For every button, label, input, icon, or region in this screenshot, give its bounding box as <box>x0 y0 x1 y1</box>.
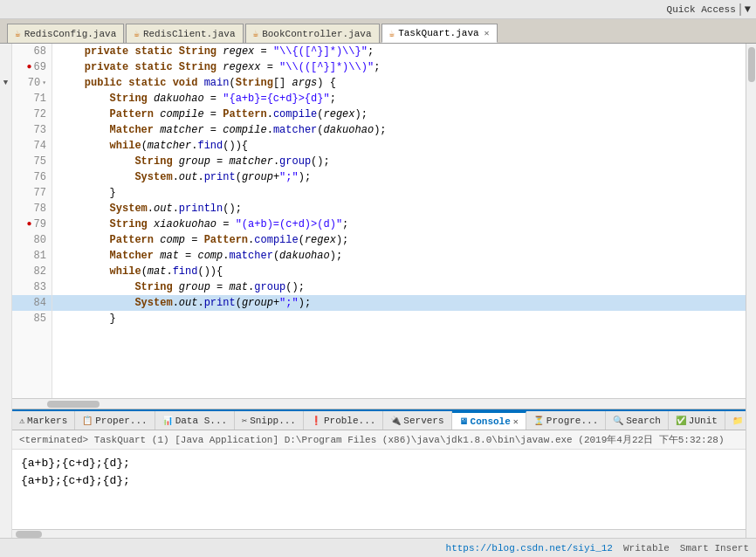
horizontal-scroll-thumb[interactable] <box>47 401 100 408</box>
tab-data-s-label: Data S... <box>175 416 227 426</box>
status-bar: https://blog.csdn.net/siyi_12 Writable S… <box>0 538 756 557</box>
strip-83 <box>0 279 11 295</box>
bottom-horizontal-scrollbar[interactable] <box>12 529 746 538</box>
line-number-80: 80 <box>12 232 52 248</box>
code-line-85[interactable]: } <box>52 311 746 327</box>
table-row: 80 Pattern comp = Pattern.compile(regex)… <box>12 232 746 248</box>
line-number-78: 78 <box>12 201 52 217</box>
tab-icon: ☕ <box>389 28 395 39</box>
tab-servers[interactable]: 🔌 Servers <box>383 411 451 430</box>
empty-line-numbers <box>12 327 52 398</box>
code-line-72[interactable]: Pattern compile = Pattern.compile(regex)… <box>52 107 746 122</box>
table-row: 78 System.out.println(); <box>12 201 746 217</box>
code-line-77[interactable]: } <box>52 185 746 201</box>
strip-76 <box>0 169 11 185</box>
empty-editor-space <box>12 327 746 398</box>
table-row: 68 private static String regex = "\\{([^… <box>12 44 746 59</box>
table-row: 81 Matcher mat = comp.matcher(dakuohao); <box>12 248 746 264</box>
tab-redis-config[interactable]: ☕ RedisConfig.java <box>7 24 124 43</box>
console-dirty-icon: ✕ <box>513 416 519 427</box>
code-line-68[interactable]: private static String regex = "\\{([^}]*… <box>52 44 746 59</box>
tab-label: TaskQuart.java <box>398 28 478 38</box>
line-number-75: 75 <box>12 154 52 169</box>
code-line-71[interactable]: String dakuohao = "{a+b}={c+d}>{d}"; <box>52 91 746 107</box>
strip-74 <box>0 138 11 154</box>
tab-book-controller[interactable]: ☕ BookController.java <box>245 24 380 43</box>
code-line-78[interactable]: System.out.println(); <box>52 201 746 217</box>
bottom-tab-bar: ⚠ Markers 📋 Proper... 📊 Data S... ✂ Snip… <box>12 409 746 430</box>
tab-progress[interactable]: ⏳ Progre... <box>526 411 606 430</box>
tab-data-s[interactable]: 📊 Data S... <box>155 411 235 430</box>
tab-problems[interactable]: ❗ Proble... <box>304 411 383 430</box>
tab-problems-label: Proble... <box>324 416 375 426</box>
tab-icon: ☕ <box>253 28 259 39</box>
bottom-h-scroll-thumb[interactable] <box>16 531 42 538</box>
tab-redis-client[interactable]: ☕ RedisClient.java <box>126 24 243 43</box>
tab-snippets[interactable]: ✂ Snipp... <box>235 411 304 430</box>
table-row: 70▾ public static void main(String[] arg… <box>12 75 746 91</box>
code-line-70[interactable]: public static void main(String[] args) { <box>52 75 746 91</box>
code-line-80[interactable]: Pattern comp = Pattern.compile(regex); <box>52 232 746 248</box>
status-smart-insert-text: Smart Insert <box>680 543 749 554</box>
strip-70[interactable]: ▼ <box>0 75 11 91</box>
strip-71 <box>0 91 11 107</box>
line-number-77: 77 <box>12 185 52 201</box>
horizontal-scrollbar[interactable] <box>12 398 746 409</box>
code-line-69[interactable]: private static String regexx = "\\(([^}]… <box>52 59 746 75</box>
tab-markers[interactable]: ⚠ Markers <box>12 411 75 430</box>
quick-access-label: Quick Access <box>667 4 736 15</box>
strip-78 <box>0 201 11 217</box>
table-row: 83 String group = mat.group(); <box>12 279 746 295</box>
editor-main: ▼ 68 private static String re <box>0 44 756 538</box>
code-line-73[interactable]: Matcher matcher = compile.matcher(dakuoh… <box>52 122 746 138</box>
tab-console[interactable]: 🖥 Console ✕ <box>452 411 526 430</box>
code-line-81[interactable]: Matcher mat = comp.matcher(dakuohao); <box>52 248 746 264</box>
vertical-scroll-thumb[interactable] <box>748 47 755 82</box>
strip-75 <box>0 154 11 169</box>
strip-69 <box>0 59 11 75</box>
code-line-84[interactable]: System.out.print(group+";"); <box>52 295 746 311</box>
line-number-72: 72 <box>12 107 52 122</box>
code-line-76[interactable]: System.out.print(group+";"); <box>52 169 746 185</box>
vertical-scrollbar[interactable] <box>746 44 756 538</box>
strip-85 <box>0 311 11 327</box>
line-number-81: 81 <box>12 248 52 264</box>
console-header: <terminated> TaskQuart (1) [Java Applica… <box>12 430 746 450</box>
tab-junit[interactable]: ✅ JUnit <box>669 411 725 430</box>
tab-search[interactable]: 🔍 Search <box>606 411 669 430</box>
status-mode-text: Writable <box>623 543 670 554</box>
tab-close-icon[interactable]: ✕ <box>485 28 490 38</box>
tab-task-quart[interactable]: ☕ TaskQuart.java ✕ <box>381 24 498 43</box>
code-line-75[interactable]: String group = matcher.group(); <box>52 154 746 169</box>
code-line-79[interactable]: String xiaokuohao = "(a+b)=(c+d)>(d)"; <box>52 217 746 232</box>
strip-84 <box>0 295 11 311</box>
status-smart-insert: Smart Insert <box>680 543 749 554</box>
junit-icon: ✅ <box>676 416 686 426</box>
strip-80 <box>0 232 11 248</box>
table-row: 82 while(mat.find()){ <box>12 264 746 279</box>
code-line-82[interactable]: while(mat.find()){ <box>52 264 746 279</box>
tab-search-label: Search <box>626 416 661 426</box>
code-line-83[interactable]: String group = mat.group(); <box>52 279 746 295</box>
line-number-79: ●79 <box>12 217 52 232</box>
data-s-icon: 📊 <box>162 416 173 426</box>
code-line-74[interactable]: while(matcher.find()){ <box>52 138 746 154</box>
table-row: 75 String group = matcher.group(); <box>12 154 746 169</box>
search-icon: 🔍 <box>613 416 623 426</box>
line-number-82: 82 <box>12 264 52 279</box>
line-number-84: 84 <box>12 295 52 311</box>
console-output-line-2: {a+b};{c+d};{d}; <box>21 472 737 490</box>
table-row: ●79 String xiaokuohao = "(a+b)=(c+d)>(d)… <box>12 217 746 232</box>
top-bar-separator <box>739 3 741 16</box>
empty-code-space <box>52 327 746 398</box>
line-number-85: 85 <box>12 311 52 327</box>
snippets-icon: ✂ <box>242 416 247 426</box>
lines-container: 68 private static String regex = "\\{([^… <box>12 44 746 398</box>
top-bar-menu-icon[interactable]: ▼ <box>745 3 751 16</box>
tab-cvs[interactable]: 📁 CVS 资... <box>725 411 746 430</box>
strip-68 <box>0 44 11 59</box>
editor-body: 68 private static String regex = "\\{([^… <box>12 44 746 538</box>
tab-properties[interactable]: 📋 Proper... <box>75 411 155 430</box>
tab-junit-label: JUnit <box>689 416 718 426</box>
tab-label: RedisConfig.java <box>24 29 117 39</box>
